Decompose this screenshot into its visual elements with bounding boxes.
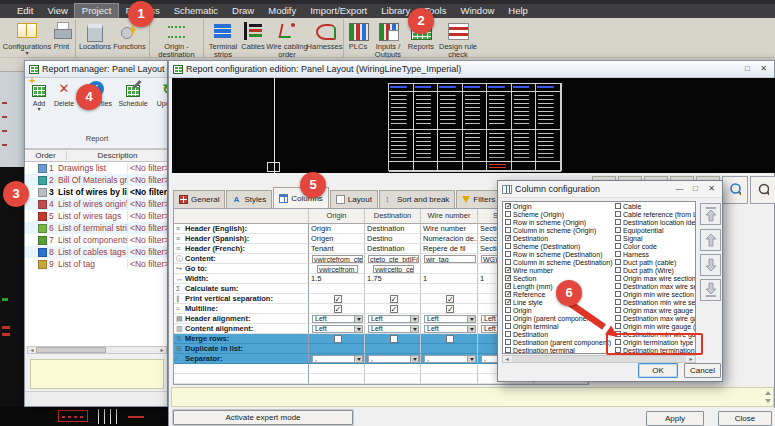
grid-checkbox[interactable]	[446, 335, 454, 343]
grid-checkbox[interactable]	[334, 305, 342, 313]
column-option[interactable]: Destination terminal	[503, 346, 613, 353]
checkbox[interactable]	[615, 243, 621, 249]
grid-input[interactable]: cteto_cte_txtIF((t	[368, 255, 419, 263]
ribbon-button[interactable]: Wire cabling order ▾	[266, 19, 308, 57]
column-option[interactable]: Origin	[503, 202, 613, 210]
checkbox[interactable]	[505, 235, 511, 241]
ok-button[interactable]: OK	[638, 363, 678, 378]
cancel-button[interactable]: Cancel	[684, 363, 721, 378]
ribbon-button[interactable]: Inputs / Outputs ▾	[370, 19, 406, 57]
close-icon[interactable]: ✕	[757, 63, 770, 75]
scroll-left-icon[interactable]: ◂	[503, 356, 511, 362]
move-up-button[interactable]	[700, 229, 721, 251]
chevron-down-icon[interactable]	[467, 316, 475, 322]
grid-select[interactable]: Left	[424, 325, 476, 333]
close-icon[interactable]: ✕	[705, 183, 718, 195]
report-list-row[interactable]: 4 List of wires origin\destination tags …	[25, 198, 168, 210]
ribbon-button[interactable]: PLCs ▾	[346, 19, 370, 57]
column-option[interactable]: Cable	[613, 202, 695, 210]
grid-select[interactable]: Left	[312, 325, 363, 333]
column-option[interactable]: Equipotential	[613, 226, 695, 234]
horizontal-scrollbar[interactable]: ◂ ▸	[27, 346, 167, 354]
tab[interactable]: General	[173, 190, 225, 208]
report-manager-toolbar-button[interactable]: Schedule ▾	[115, 80, 151, 107]
report-manager-toolbar-button[interactable]: Delete ▾	[51, 80, 77, 107]
checkbox[interactable]	[505, 211, 511, 217]
ribbon-button[interactable]: Print ▾	[50, 19, 76, 57]
report-manager-toolbar-button[interactable]: Update ▾	[151, 80, 168, 107]
scroll-left-icon[interactable]: ◂	[28, 347, 36, 353]
horizontal-scrollbar[interactable]: ◂ ▸	[502, 355, 696, 363]
checkbox[interactable]	[615, 275, 621, 281]
checkbox[interactable]	[505, 299, 511, 305]
ribbon-button[interactable]: Cables ▾	[240, 19, 266, 57]
column-header-order[interactable]: Order	[25, 151, 67, 160]
report-list-row[interactable]: 1 Drawings list <No filter>	[25, 162, 168, 174]
chevron-down-icon[interactable]	[354, 326, 362, 332]
chevron-down-icon[interactable]	[467, 356, 475, 362]
apply-button[interactable]: Apply	[646, 411, 704, 426]
column-option[interactable]: Destination location ident	[613, 218, 695, 226]
ribbon-button[interactable]: Terminal strips ▾	[206, 19, 240, 57]
report-list-row[interactable]: 7 List of components tags <No filter>	[25, 234, 168, 246]
column-configuration-titlebar[interactable]: Column configuration — □ ✕	[498, 181, 722, 198]
menu-item[interactable]: Edit	[10, 4, 40, 18]
scroll-right-icon[interactable]: ▸	[687, 356, 695, 362]
grid-checkbox[interactable]	[390, 295, 398, 303]
column-option[interactable]: Scheme (Origin)	[503, 210, 613, 218]
checkbox[interactable]	[505, 227, 511, 233]
checkbox[interactable]	[505, 347, 511, 353]
column-option[interactable]: Harness	[613, 250, 695, 258]
report-manager-toolbar-button[interactable]: Add ▾	[27, 80, 51, 112]
zoom-extents-icon[interactable]	[750, 176, 775, 204]
chevron-down-icon[interactable]	[410, 356, 418, 362]
report-list-row[interactable]: 8 List of cables tags <No filter>	[25, 246, 168, 258]
column-option[interactable]: Duct path (Wire)	[613, 266, 695, 274]
checkbox[interactable]	[505, 219, 511, 225]
grid-select[interactable]: ,	[424, 355, 476, 363]
grid-select[interactable]: Left	[312, 315, 363, 323]
scroll-up-icon[interactable]	[765, 391, 771, 395]
column-option[interactable]: Origin max wire section (n	[613, 274, 695, 282]
checkbox[interactable]	[505, 243, 511, 249]
chevron-down-icon[interactable]	[354, 316, 362, 322]
move-to-top-button[interactable]	[700, 203, 721, 225]
column-option[interactable]: Scheme (Destination)	[503, 242, 613, 250]
checkbox[interactable]	[505, 267, 511, 273]
menu-item[interactable]: Project	[75, 4, 119, 18]
grid-checkbox[interactable]	[334, 295, 342, 303]
column-option[interactable]: Wire number	[503, 266, 613, 274]
column-header-description[interactable]: Description	[67, 151, 168, 160]
report-configuration-titlebar[interactable]: Report configuration edition: Panel Layo…	[169, 61, 774, 78]
checkbox[interactable]	[505, 259, 511, 265]
menu-item[interactable]: View	[40, 4, 74, 18]
column-option[interactable]: Column in scheme (Destination)	[503, 258, 613, 266]
checkbox[interactable]	[615, 267, 621, 273]
grid-input[interactable]: wir_tag	[424, 255, 476, 263]
menu-item[interactable]: Draw	[225, 4, 261, 18]
report-list-row[interactable]: 9 List of tag <No filter>	[25, 258, 168, 270]
scrollbar-thumb[interactable]	[36, 347, 106, 353]
grid-checkbox[interactable]	[446, 295, 454, 303]
activate-expert-mode-button[interactable]: Activate expert mode	[173, 410, 353, 425]
checkbox[interactable]	[615, 347, 621, 353]
checkbox[interactable]	[505, 307, 511, 313]
checkbox[interactable]	[615, 203, 621, 209]
checkbox[interactable]	[615, 251, 621, 257]
grid-checkbox[interactable]	[446, 305, 454, 313]
checkbox[interactable]	[505, 339, 511, 345]
column-option[interactable]: Duct path (cable)	[613, 258, 695, 266]
grid-checkbox[interactable]	[390, 305, 398, 313]
menu-item[interactable]: Schematic	[167, 4, 225, 18]
grid-select[interactable]: ,	[312, 355, 363, 363]
column-option[interactable]: Signal	[613, 234, 695, 242]
ribbon-button[interactable]: Design rule check ▾	[436, 19, 480, 57]
column-option[interactable]: Row in scheme (Origin)	[503, 218, 613, 226]
column-option[interactable]: Column in scheme (Origin)	[503, 226, 613, 234]
column-option[interactable]: Color code	[613, 242, 695, 250]
checkbox[interactable]	[615, 259, 621, 265]
tab[interactable]: Styles	[226, 190, 272, 208]
menu-item[interactable]: Help	[501, 4, 535, 18]
checkbox[interactable]	[615, 235, 621, 241]
ribbon-button[interactable]: Configurations ▾	[4, 19, 50, 57]
